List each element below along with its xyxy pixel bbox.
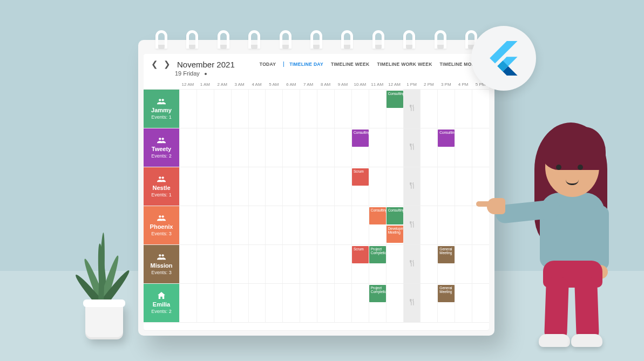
timeline-cell[interactable] bbox=[248, 284, 266, 322]
timeline-cell[interactable] bbox=[351, 284, 369, 322]
timeline-cell[interactable] bbox=[300, 167, 317, 206]
timeline-cell[interactable] bbox=[231, 167, 248, 206]
timeline-cell[interactable] bbox=[455, 284, 472, 322]
timeline-cell[interactable] bbox=[282, 90, 300, 128]
timeline-cell[interactable] bbox=[455, 128, 472, 167]
timeline-cell[interactable] bbox=[214, 128, 231, 167]
timeline-cell[interactable] bbox=[248, 90, 266, 128]
timeline-cell[interactable] bbox=[455, 90, 472, 128]
timeline-cell[interactable] bbox=[472, 206, 489, 244]
timeline-cell[interactable] bbox=[282, 128, 300, 167]
timeline-cell[interactable] bbox=[214, 167, 231, 206]
timeline-cell[interactable] bbox=[317, 206, 334, 244]
timeline-cell[interactable] bbox=[403, 245, 421, 283]
timeline-cell[interactable] bbox=[196, 284, 214, 322]
timeline-cell[interactable]: Consulting bbox=[437, 128, 455, 167]
timeline-cell[interactable] bbox=[179, 245, 196, 283]
timeline-cell[interactable] bbox=[317, 90, 334, 128]
timeline-cell[interactable] bbox=[265, 284, 282, 322]
timeline-cell[interactable] bbox=[265, 128, 282, 167]
timeline-cell[interactable] bbox=[231, 128, 248, 167]
timeline-cell[interactable] bbox=[300, 284, 317, 322]
timeline-cell[interactable] bbox=[334, 245, 351, 283]
timeline-cell[interactable] bbox=[214, 284, 231, 322]
timeline-cell[interactable] bbox=[231, 206, 248, 244]
timeline-cell[interactable]: Scrum bbox=[351, 245, 369, 283]
timeline-cell[interactable] bbox=[472, 90, 489, 128]
timeline-cell[interactable] bbox=[369, 90, 386, 128]
timeline-cell[interactable] bbox=[369, 167, 386, 206]
timeline-cell[interactable] bbox=[334, 206, 351, 244]
timeline-cell[interactable] bbox=[455, 245, 472, 283]
timeline-cell[interactable]: Consulting bbox=[351, 128, 369, 167]
timeline-cell[interactable] bbox=[214, 245, 231, 283]
timeline-cell[interactable] bbox=[317, 167, 334, 206]
timeline-cell[interactable] bbox=[403, 206, 421, 244]
today-button[interactable]: TODAY bbox=[260, 62, 276, 67]
timeline-cell[interactable] bbox=[420, 90, 437, 128]
view-tab-timeline-work-week[interactable]: TIMELINE WORK WEEK bbox=[377, 62, 432, 67]
timeline-cell[interactable] bbox=[317, 128, 334, 167]
appointment[interactable]: Consulting bbox=[438, 130, 455, 147]
timeline-cell[interactable] bbox=[231, 245, 248, 283]
timeline-cell[interactable] bbox=[420, 128, 437, 167]
timeline-cell[interactable] bbox=[403, 128, 421, 167]
timeline-cell[interactable] bbox=[179, 284, 196, 322]
timeline-cell[interactable] bbox=[455, 167, 472, 206]
timeline-cell[interactable] bbox=[403, 90, 421, 128]
timeline-cell[interactable] bbox=[472, 245, 489, 283]
timeline-cell[interactable] bbox=[231, 90, 248, 128]
timeline-cell[interactable]: Consulting bbox=[386, 90, 403, 128]
timeline-cell[interactable] bbox=[248, 245, 266, 283]
timeline-cell[interactable] bbox=[179, 128, 196, 167]
timeline-cell[interactable] bbox=[179, 206, 196, 244]
timeline-cell[interactable] bbox=[282, 167, 300, 206]
timeline-cell[interactable]: Consulting bbox=[369, 206, 386, 244]
view-tab-timeline-week[interactable]: TIMELINE WEEK bbox=[331, 62, 369, 67]
timeline-cell[interactable] bbox=[282, 284, 300, 322]
timeline-cell[interactable] bbox=[282, 245, 300, 283]
appointment[interactable]: Project Completion bbox=[369, 246, 386, 263]
calendar-title[interactable]: November 2021 bbox=[177, 60, 235, 69]
timeline-cell[interactable] bbox=[472, 284, 489, 322]
appointment[interactable]: Consulting bbox=[387, 207, 403, 224]
next-button[interactable]: ❯ bbox=[164, 59, 171, 69]
resource-header-mission[interactable]: MissionEvents: 3 bbox=[144, 245, 179, 283]
timeline-cell[interactable] bbox=[351, 90, 369, 128]
calendar-subtitle[interactable]: 19 Friday bbox=[144, 70, 489, 80]
timeline-cell[interactable] bbox=[386, 128, 403, 167]
resource-header-tweety[interactable]: TweetyEvents: 2 bbox=[144, 128, 179, 167]
timeline-cell[interactable] bbox=[300, 245, 317, 283]
timeline-cell[interactable] bbox=[248, 128, 266, 167]
timeline-cell[interactable]: Project Completion bbox=[369, 284, 386, 322]
timeline-cell[interactable]: ConsultingDevelopment Meeting bbox=[386, 206, 403, 244]
timeline-cell[interactable] bbox=[420, 167, 437, 206]
timeline-cell[interactable] bbox=[265, 245, 282, 283]
resource-header-phoenix[interactable]: PhoenixEvents: 3 bbox=[144, 206, 179, 244]
timeline-cell[interactable] bbox=[420, 245, 437, 283]
appointment[interactable]: Project Completion bbox=[369, 285, 386, 302]
prev-button[interactable]: ❮ bbox=[151, 59, 158, 69]
timeline-cell[interactable] bbox=[437, 90, 455, 128]
timeline-cell[interactable] bbox=[196, 128, 214, 167]
timeline-cell[interactable] bbox=[248, 167, 266, 206]
timeline-cell[interactable] bbox=[386, 167, 403, 206]
timeline-cell[interactable] bbox=[196, 245, 214, 283]
timeline-cell[interactable] bbox=[196, 167, 214, 206]
timeline-cell[interactable] bbox=[214, 206, 231, 244]
timeline-cell[interactable] bbox=[369, 128, 386, 167]
resource-header-emilia[interactable]: EmiliaEvents: 2 bbox=[144, 284, 179, 322]
timeline-cell[interactable] bbox=[455, 206, 472, 244]
timeline-cell[interactable] bbox=[472, 167, 489, 206]
timeline-cell[interactable] bbox=[334, 284, 351, 322]
appointment[interactable]: General Meeting bbox=[438, 246, 455, 263]
timeline-cell[interactable] bbox=[334, 167, 351, 206]
timeline-cell[interactable]: General Meeting bbox=[437, 284, 455, 322]
timeline-cell[interactable] bbox=[179, 90, 196, 128]
timeline-cell[interactable]: Project Completion bbox=[369, 245, 386, 283]
timeline-cell[interactable] bbox=[196, 206, 214, 244]
timeline-cell[interactable] bbox=[351, 206, 369, 244]
timeline-cell[interactable]: General Meeting bbox=[437, 245, 455, 283]
timeline-cell[interactable] bbox=[265, 90, 282, 128]
timeline-cell[interactable] bbox=[214, 90, 231, 128]
